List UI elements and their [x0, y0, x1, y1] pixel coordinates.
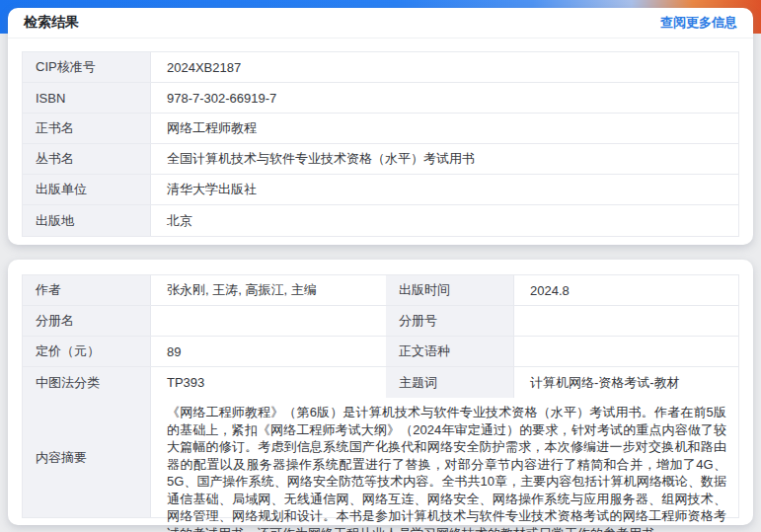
field-value: 978-7-302-66919-7	[151, 83, 738, 113]
field-label: 丛书名	[23, 144, 151, 174]
detail-rows-container: 作者张永刚, 王涛, 高振江, 主编出版时间2024.8分册名分册号定价（元）8…	[23, 275, 738, 398]
field-label: 作者	[23, 275, 151, 305]
field-value: 北京	[151, 205, 738, 236]
field-label: 出版时间	[386, 275, 514, 305]
field-label: 主题词	[386, 367, 514, 398]
field-value: 2024XB2187	[151, 52, 738, 82]
field-label: 正文语种	[386, 337, 514, 366]
field-value: TP393	[151, 367, 386, 398]
field-label: 正书名	[23, 114, 151, 143]
field-value: 2024.8	[514, 275, 738, 305]
field-value	[514, 337, 738, 366]
book-detail-card: 作者张永刚, 王涛, 高振江, 主编出版时间2024.8分册名分册号定价（元）8…	[8, 260, 753, 525]
table-row: 中图法分类TP393主题词计算机网络-资格考试-教材	[23, 367, 738, 398]
book-table: CIP核准号2024XB2187ISBN978-7-302-66919-7正书名…	[22, 51, 739, 237]
table-row: 作者张永刚, 王涛, 高振江, 主编出版时间2024.8	[23, 275, 738, 306]
field-value: 全国计算机技术与软件专业技术资格（水平）考试用书	[151, 144, 738, 174]
card-header: 检索结果 查阅更多信息	[8, 8, 753, 38]
field-label: ISBN	[23, 83, 151, 113]
summary-text: 《网络工程师教程》（第6版）是计算机技术与软件专业技术资格（水平）考试用书。作者…	[151, 398, 738, 517]
field-value: 网络工程师教程	[151, 114, 738, 143]
table-row: 正书名网络工程师教程	[23, 114, 738, 144]
search-result-card: 检索结果 查阅更多信息 CIP核准号2024XB2187ISBN978-7-30…	[8, 8, 753, 245]
table-row: 出版单位清华大学出版社	[23, 175, 738, 205]
table-row: 出版地北京	[23, 205, 738, 236]
table-row: 定价（元）89正文语种	[23, 337, 738, 367]
field-value	[151, 306, 386, 336]
table-row: CIP核准号2024XB2187	[23, 52, 738, 83]
table-row: 丛书名全国计算机技术与软件专业技术资格（水平）考试用书	[23, 144, 738, 175]
field-value: 计算机网络-资格考试-教材	[514, 367, 738, 398]
field-label: 出版地	[23, 205, 151, 236]
summary-row: 内容摘要 《网络工程师教程》（第6版）是计算机技术与软件专业技术资格（水平）考试…	[23, 398, 738, 517]
table-row: ISBN978-7-302-66919-7	[23, 83, 738, 114]
field-label: 定价（元）	[23, 337, 151, 366]
field-value: 清华大学出版社	[151, 175, 738, 204]
field-value: 张永刚, 王涛, 高振江, 主编	[151, 275, 386, 305]
detail-table: 作者张永刚, 王涛, 高振江, 主编出版时间2024.8分册名分册号定价（元）8…	[22, 274, 739, 518]
field-label: CIP核准号	[23, 52, 151, 82]
table-row: 分册名分册号	[23, 306, 738, 337]
field-label-summary: 内容摘要	[23, 398, 151, 517]
field-label: 中图法分类	[23, 367, 151, 398]
field-value: 89	[151, 337, 386, 366]
view-more-info-link[interactable]: 查阅更多信息	[660, 14, 737, 32]
field-value	[514, 306, 738, 336]
field-label: 出版单位	[23, 175, 151, 204]
field-label: 分册号	[386, 306, 514, 336]
page-title: 检索结果	[24, 14, 79, 32]
field-label: 分册名	[23, 306, 151, 336]
